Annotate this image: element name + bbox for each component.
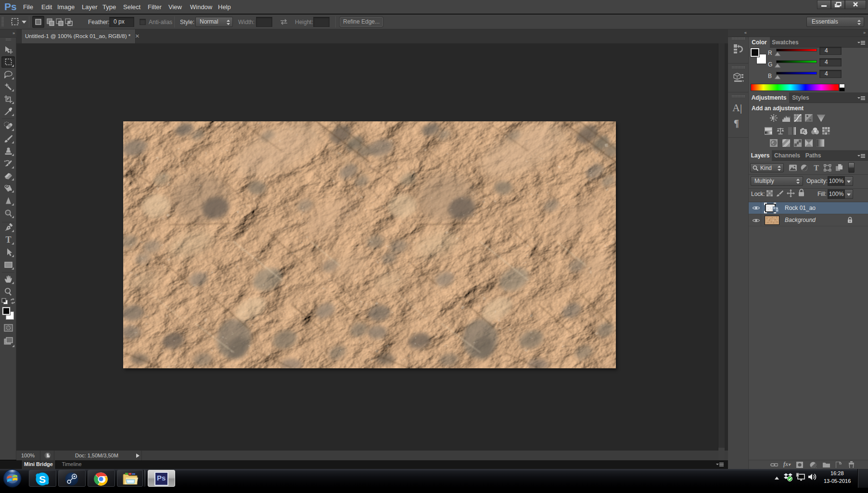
svg-text:T: T <box>814 164 819 171</box>
svg-text:S: S <box>39 474 46 485</box>
svg-text:T: T <box>5 235 11 244</box>
